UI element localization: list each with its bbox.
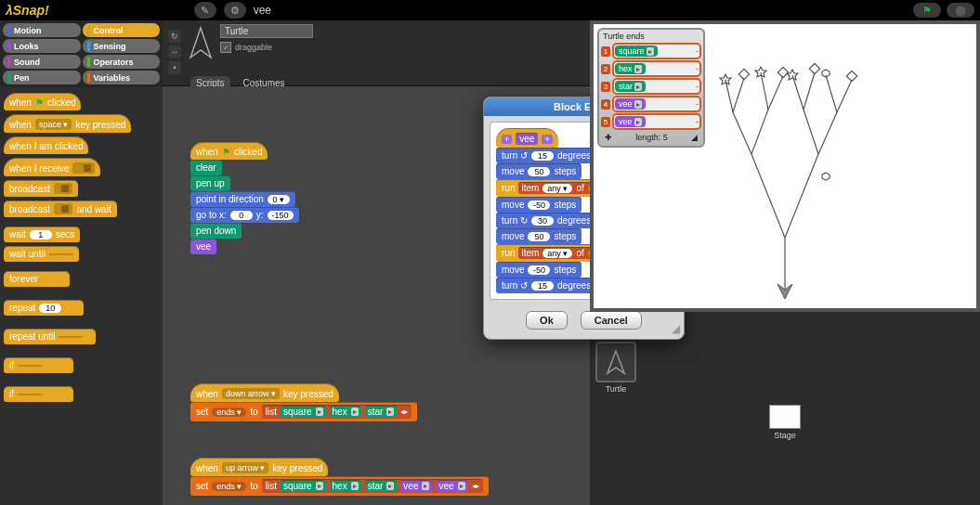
watcher-add[interactable]: ✚ xyxy=(605,133,612,142)
block-when-clicked[interactable]: when I am clicked xyxy=(4,136,88,154)
block-broadcast[interactable]: broadcast xyxy=(4,180,78,197)
scripting-area: ↻ ↔ • Turtle ✓draggable Scripts Costumes… xyxy=(163,20,590,505)
svg-rect-2 xyxy=(809,63,819,73)
cat-sound[interactable]: Sound xyxy=(3,55,81,69)
block-if[interactable]: if xyxy=(4,357,73,373)
svg-rect-0 xyxy=(738,69,749,79)
block-forever[interactable]: forever xyxy=(4,271,70,287)
block-turn1[interactable]: turn ↺ 15 degrees xyxy=(496,148,596,163)
hat-key-down[interactable]: when down arrow ▾ key pressed xyxy=(190,383,339,402)
watcher-resize[interactable]: ◢ xyxy=(691,133,698,142)
block-wait-until[interactable]: wait until xyxy=(4,246,79,262)
sprite-name-input[interactable]: Turtle xyxy=(220,24,313,38)
rotate-flip[interactable]: ↔ xyxy=(168,45,181,58)
block-move4[interactable]: move -50 steps xyxy=(496,262,581,278)
project-name: vee xyxy=(254,4,271,17)
hat-key-up[interactable]: when up arrow ▾ key pressed xyxy=(190,458,328,476)
stage[interactable]: Turtle ends 1square ▸-2hex ▸-3star ▸-4ve… xyxy=(590,20,980,312)
block-turn3[interactable]: turn ↺ 15 degrees xyxy=(496,278,596,293)
watcher-length: length: 5 xyxy=(635,133,668,142)
block-point[interactable]: point in direction 0 ▾ xyxy=(190,191,295,207)
cat-sensing[interactable]: Sensing xyxy=(83,39,161,53)
cat-operators[interactable]: Operators xyxy=(83,55,161,69)
flag-icon: ⚑ xyxy=(922,5,932,17)
watcher-row[interactable]: 3star ▸- xyxy=(601,78,701,95)
block-broadcast-wait[interactable]: broadcast and wait xyxy=(4,201,117,217)
block-when-key[interactable]: when space ▾ key pressed xyxy=(4,114,131,133)
block-set-ends-2[interactable]: set ends ▾ to list square ▸ hex ▸ star ▸… xyxy=(190,476,489,496)
stage-panel: Turtle ends 1square ▸-2hex ▸-3star ▸-4ve… xyxy=(590,20,980,505)
category-grid: Motion Control Looks Sensing Sound Opera… xyxy=(0,20,163,87)
list-watcher[interactable]: Turtle ends 1square ▸-2hex ▸-3star ▸-4ve… xyxy=(597,28,705,148)
svg-rect-1 xyxy=(777,67,788,77)
cat-variables[interactable]: Variables xyxy=(83,71,161,84)
block-pen-up[interactable]: pen up xyxy=(190,175,230,191)
sprite-corral: + Turtle Stage xyxy=(590,312,980,505)
script-stack-2[interactable]: when down arrow ▾ key pressed set ends ▾… xyxy=(190,383,417,421)
plus-icon[interactable]: + xyxy=(542,135,552,144)
hat-vee[interactable]: +vee+ xyxy=(496,128,558,148)
hat-flag[interactable]: when ⚑ clicked xyxy=(190,142,268,160)
block-repeat[interactable]: repeat 10 xyxy=(4,300,84,316)
rotate-none[interactable]: • xyxy=(168,61,181,74)
stop-button[interactable]: ⬤ xyxy=(947,3,974,18)
watcher-title: Turtle ends xyxy=(601,32,701,43)
block-pen-down[interactable]: pen down xyxy=(190,223,242,239)
cat-looks[interactable]: Looks xyxy=(3,39,81,53)
green-flag-button[interactable]: ⚑ xyxy=(913,3,941,18)
stage-thumb[interactable]: Stage xyxy=(595,405,974,440)
svg-marker-5 xyxy=(822,173,830,180)
block-turn2[interactable]: turn ↻ 30 degrees xyxy=(496,213,596,228)
block-wait[interactable]: wait 1 secs xyxy=(4,227,80,242)
gear-icon[interactable]: ⚙ xyxy=(224,2,246,19)
resize-handle[interactable]: ◢ xyxy=(672,322,680,335)
sprite-thumbnail xyxy=(187,24,215,61)
block-clear[interactable]: clear xyxy=(190,160,222,175)
toolbar: λSnap! ✎ ⚙ vee ⚑ ⬤ xyxy=(0,0,980,20)
cat-pen[interactable]: Pen xyxy=(3,71,81,84)
block-move2[interactable]: move -50 steps xyxy=(496,197,581,213)
cancel-button[interactable]: Cancel xyxy=(581,311,642,330)
block-when-flag[interactable]: when ⚑ clicked xyxy=(4,93,81,110)
block-repeat-until[interactable]: repeat until xyxy=(4,329,96,344)
svg-rect-3 xyxy=(846,71,856,81)
draggable-label: draggable xyxy=(235,43,272,52)
edit-icon[interactable]: ✎ xyxy=(194,2,216,19)
stop-icon: ⬤ xyxy=(955,5,966,17)
rotate-full[interactable]: ↻ xyxy=(168,30,181,43)
watcher-row[interactable]: 5vee ▸- xyxy=(601,113,701,130)
block-move3[interactable]: move 50 steps xyxy=(496,228,581,244)
flag-icon: ⚑ xyxy=(35,97,44,108)
script-stack-1[interactable]: when ⚑ clicked clear pen up point in dir… xyxy=(190,142,299,254)
ok-button[interactable]: Ok xyxy=(526,311,568,330)
block-if-else[interactable]: if xyxy=(4,386,73,402)
sprite-thumb-turtle[interactable]: Turtle xyxy=(595,342,636,394)
watcher-row[interactable]: 4vee ▸- xyxy=(601,96,701,112)
script-stack-3[interactable]: when up arrow ▾ key pressed set ends ▾ t… xyxy=(190,458,489,496)
cat-control[interactable]: Control xyxy=(83,23,161,37)
watcher-row[interactable]: 1square ▸- xyxy=(601,43,701,59)
logo[interactable]: λSnap! xyxy=(6,3,49,18)
block-palette: Motion Control Looks Sensing Sound Opera… xyxy=(0,20,163,505)
block-move1[interactable]: move 50 steps xyxy=(496,163,581,179)
cat-motion[interactable]: Motion xyxy=(3,23,81,37)
plus-icon[interactable]: + xyxy=(502,135,512,144)
block-goto[interactable]: go to x: 0 y: -150 xyxy=(190,207,299,223)
block-set-ends-1[interactable]: set ends ▾ to list square ▸ hex ▸ star ▸… xyxy=(190,402,417,421)
watcher-row[interactable]: 2hex ▸- xyxy=(601,60,701,77)
block-when-receive[interactable]: when I receive xyxy=(4,158,100,176)
block-vee[interactable]: vee xyxy=(190,239,216,254)
draggable-checkbox[interactable]: ✓ xyxy=(220,42,231,53)
